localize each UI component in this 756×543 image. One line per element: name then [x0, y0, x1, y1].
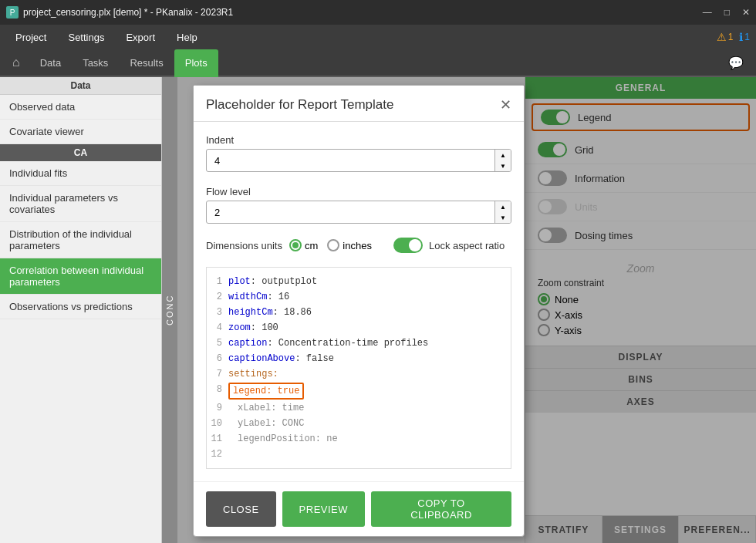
flow-level-label: Flow level	[206, 186, 511, 197]
modal-header: Placeholder for Report Template ✕	[194, 86, 524, 122]
radio-inches-circle[interactable]	[327, 239, 339, 251]
radio-cm[interactable]: cm	[289, 239, 318, 251]
code-line-6: 6 captionAbove: false	[207, 351, 511, 366]
preview-button[interactable]: PREVIEW	[282, 491, 365, 527]
radio-cm-circle[interactable]	[289, 239, 302, 251]
flow-level-up-button[interactable]: ▲	[495, 201, 511, 212]
code-line-2: 2 widthCm: 16	[207, 289, 511, 305]
flow-level-value[interactable]: 2	[207, 203, 494, 222]
chat-icon[interactable]: 💬	[719, 56, 753, 70]
menu-settings[interactable]: Settings	[59, 29, 113, 46]
copy-to-clipboard-button[interactable]: COPY TO CLIPBOARD	[371, 491, 511, 527]
lock-aspect-row: Lock aspect ratio	[393, 238, 505, 253]
warning-icon: ⚠	[717, 31, 727, 43]
modal-body: Indent 4 ▲ ▼ Flow level 2	[194, 122, 524, 481]
code-block: 1 plot: outputplot 2 widthCm: 16 3 heigh…	[206, 267, 511, 469]
sidebar-item-observed-data[interactable]: Observed data	[0, 95, 161, 120]
tab-data[interactable]: Data	[29, 49, 72, 77]
title-bar-controls[interactable]: — □ ✕	[703, 7, 750, 18]
dimensions-radio-group[interactable]: cm inches	[289, 239, 372, 251]
lock-aspect-toggle[interactable]	[393, 238, 423, 253]
conc-vertical-label: CONC	[162, 77, 177, 543]
close-button[interactable]: CLOSE	[206, 491, 276, 527]
flow-level-input[interactable]: 2 ▲ ▼	[206, 201, 511, 224]
indent-down-button[interactable]: ▼	[495, 160, 511, 171]
lock-aspect-thumb	[409, 239, 421, 251]
sidebar-item-distribution[interactable]: Distribution of the individual parameter…	[0, 222, 161, 258]
indent-input[interactable]: 4 ▲ ▼	[206, 149, 511, 172]
dimensions-label: Dimensions units	[206, 240, 283, 251]
modal-title: Placeholder for Report Template	[206, 97, 394, 113]
modal-dialog: Placeholder for Report Template ✕ Indent…	[193, 85, 525, 537]
flow-level-spinner[interactable]: ▲ ▼	[494, 201, 511, 223]
title-bar-left: P project_censoring.plx [demo] * - PKana…	[6, 6, 233, 19]
indent-label: Indent	[206, 134, 511, 146]
indent-spinner[interactable]: ▲ ▼	[494, 150, 511, 171]
info-count: 1	[744, 32, 750, 42]
code-line-1: 1 plot: outputplot	[207, 274, 511, 289]
flow-level-group: Flow level 2 ▲ ▼	[206, 186, 511, 224]
indent-up-button[interactable]: ▲	[495, 150, 511, 160]
code-line-7: 7 settings:	[207, 366, 511, 382]
sidebar-item-individual-fits[interactable]: Individual fits	[0, 161, 161, 186]
flow-level-down-button[interactable]: ▼	[495, 212, 511, 223]
tab-results[interactable]: Results	[119, 49, 174, 77]
dimensions-row: Dimensions units cm inches	[206, 238, 511, 253]
tab-tasks[interactable]: Tasks	[72, 49, 119, 77]
app-icon: P	[6, 6, 19, 19]
menu-export[interactable]: Export	[116, 29, 164, 46]
main-layout: Data Observed data Covariate viewer CA I…	[0, 77, 756, 543]
modal-close-button[interactable]: ✕	[500, 96, 511, 113]
code-line-5: 5 caption: Concentration-time profiles	[207, 336, 511, 351]
code-line-11: 11 legendPosition: ne	[207, 431, 511, 447]
sidebar: Data Observed data Covariate viewer CA I…	[0, 77, 162, 543]
nav-tabs: ⌂ Data Tasks Results Plots 💬	[0, 49, 756, 77]
radio-cm-label: cm	[305, 240, 318, 251]
warning-count: 1	[728, 32, 734, 42]
indent-group: Indent 4 ▲ ▼	[206, 134, 511, 172]
title-bar: P project_censoring.plx [demo] * - PKana…	[0, 0, 756, 25]
sidebar-item-observations[interactable]: Observations vs predictions	[0, 295, 161, 319]
window-title: project_censoring.plx [demo] * - PKanali…	[23, 7, 233, 18]
lock-aspect-label: Lock aspect ratio	[429, 240, 505, 251]
nav-home-button[interactable]: ⌂	[3, 56, 29, 69]
sidebar-data-section: Data	[0, 77, 161, 95]
code-line-8-highlighted: 8 legend: true	[207, 382, 511, 400]
info-icon: ℹ	[739, 31, 743, 43]
sidebar-item-covariate-viewer[interactable]: Covariate viewer	[0, 120, 161, 144]
right-panel: Placeholder for Report Template ✕ Indent…	[177, 77, 756, 543]
code-line-9: 9 xLabel: time	[207, 400, 511, 416]
warning-status: ⚠ 1	[717, 31, 734, 43]
minimize-button[interactable]: —	[703, 7, 712, 18]
code-line-12: 12	[207, 447, 511, 462]
modal-overlay: Placeholder for Report Template ✕ Indent…	[177, 77, 756, 543]
sidebar-item-correlation[interactable]: Correlation between individual parameter…	[0, 258, 161, 295]
code-line-3: 3 heightCm: 18.86	[207, 305, 511, 320]
modal-footer: CLOSE PREVIEW COPY TO CLIPBOARD	[194, 481, 524, 536]
code-line-10: 10 yLabel: CONC	[207, 416, 511, 431]
menu-bar: Project Settings Export Help ⚠ 1 ℹ 1	[0, 25, 756, 49]
tab-plots[interactable]: Plots	[174, 49, 218, 77]
radio-inches-label: inches	[343, 240, 372, 251]
menu-help[interactable]: Help	[167, 29, 207, 46]
code-line-4: 4 zoom: 100	[207, 320, 511, 336]
menu-project[interactable]: Project	[6, 29, 56, 46]
radio-inches[interactable]: inches	[327, 239, 372, 251]
indent-value[interactable]: 4	[207, 151, 494, 170]
sidebar-ca-section: CA	[0, 144, 161, 161]
legend-highlight: legend: true	[228, 383, 304, 400]
maximize-button[interactable]: □	[724, 7, 730, 18]
close-button[interactable]: ✕	[742, 7, 750, 18]
info-status: ℹ 1	[739, 31, 750, 43]
sidebar-item-individual-params[interactable]: Individual parameters vs covariates	[0, 186, 161, 222]
